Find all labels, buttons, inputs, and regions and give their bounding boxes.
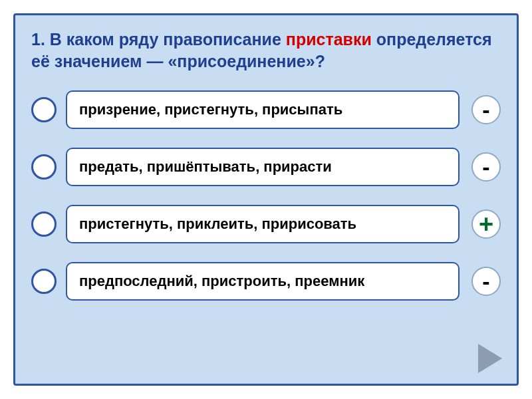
option-box-1[interactable]: призрение, пристегнуть, присыпать <box>66 90 460 129</box>
radio-1[interactable] <box>31 97 57 122</box>
radio-2[interactable] <box>31 154 57 180</box>
option-text-2: предать, пришёптывать, прирасти <box>79 158 332 175</box>
option-text-4: предпоследний, пристроить, преемник <box>79 273 364 289</box>
mark-4: - <box>471 267 501 296</box>
option-row-3: пристегнуть, приклеить, пририсовать + <box>31 205 501 243</box>
quiz-slide: 1. В каком ряду правописание приставки о… <box>13 13 519 386</box>
option-row-2: предать, пришёптывать, прирасти - <box>31 148 501 186</box>
mark-1: - <box>471 95 501 124</box>
option-box-4[interactable]: предпоследний, пристроить, преемник <box>66 262 460 301</box>
mark-3: + <box>471 209 501 239</box>
option-row-1: призрение, пристегнуть, присыпать - <box>31 90 501 129</box>
option-text-1: призрение, пристегнуть, присыпать <box>79 101 342 118</box>
option-row-4: предпоследний, пристроить, преемник - <box>31 262 501 301</box>
option-text-3: пристегнуть, приклеить, пририсовать <box>79 215 356 232</box>
question-highlight: приставки <box>286 30 372 49</box>
question-prefix: 1. В каком ряду правописание <box>31 30 286 49</box>
radio-3[interactable] <box>31 211 57 237</box>
mark-2: - <box>471 152 501 182</box>
option-box-3[interactable]: пристегнуть, приклеить, пририсовать <box>66 205 460 243</box>
radio-4[interactable] <box>31 269 57 294</box>
question-text: 1. В каком ряду правописание приставки о… <box>31 29 501 72</box>
option-box-2[interactable]: предать, пришёптывать, прирасти <box>66 148 460 186</box>
next-arrow-icon[interactable] <box>478 344 502 373</box>
